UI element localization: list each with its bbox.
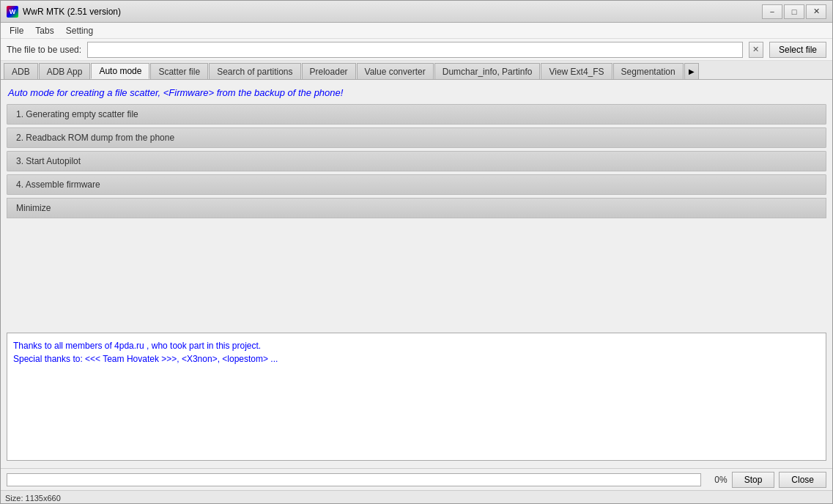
tab-segmentation[interactable]: Segmentation	[613, 63, 684, 79]
tab-dumchar-info--partinfo[interactable]: Dumchar_info, Partinfo	[434, 63, 541, 79]
tab-preloader[interactable]: Preloader	[302, 63, 356, 79]
select-file-button[interactable]: Select file	[769, 42, 826, 58]
file-clear-button[interactable]: ✕	[749, 42, 763, 58]
step-item-3[interactable]: 3. Start Autopilot	[7, 151, 826, 171]
maximize-window-button[interactable]: □	[784, 4, 804, 19]
progress-text: 0%	[706, 475, 728, 485]
log-area[interactable]: Thanks to all members of 4pda.ru , who t…	[7, 333, 826, 461]
content-wrapper: Auto mode for creating a file scatter, <…	[1, 80, 832, 468]
app-icon: W	[7, 6, 18, 18]
close-window-button[interactable]: ✕	[806, 4, 826, 19]
tab-adb[interactable]: ADB	[4, 63, 38, 79]
window-title: WwR MTK (2.51 version)	[23, 7, 121, 17]
minimize-window-button[interactable]: −	[762, 4, 782, 19]
menubar: File Tabs Setting	[1, 23, 832, 39]
statusbar: Size: 1135x660	[1, 490, 832, 504]
step-item-4[interactable]: 4. Assemble firmware	[7, 174, 826, 195]
tab-search-of-partitions[interactable]: Search of partitions	[209, 63, 300, 79]
progress-bar	[7, 473, 701, 486]
file-input[interactable]	[87, 42, 743, 58]
step-item-1[interactable]: 1. Generating empty scatter file	[7, 104, 826, 125]
tab-auto-mode[interactable]: Auto mode	[91, 63, 149, 79]
filebar: The file to be used: ✕ Select file	[1, 39, 832, 61]
menu-tabs[interactable]: Tabs	[29, 24, 59, 37]
bottombar: 0% Stop Close	[1, 468, 832, 490]
tab-value-converter[interactable]: Value converter	[357, 63, 434, 79]
tabs: ADBADB AppAuto modeScatter fileSearch of…	[1, 61, 832, 80]
log-line: Special thanks to: <<< Team Hovatek >>>,…	[13, 352, 820, 366]
tab-scatter-file[interactable]: Scatter file	[150, 63, 208, 79]
titlebar-controls: − □ ✕	[762, 4, 826, 19]
tab-adb-app[interactable]: ADB App	[39, 63, 91, 79]
menu-setting[interactable]: Setting	[60, 24, 99, 37]
tab-scroll-button[interactable]: ▶	[684, 63, 699, 79]
file-label: The file to be used:	[7, 45, 81, 55]
tab-view-ext4-fs[interactable]: View Ext4_FS	[541, 63, 612, 79]
step-item-2[interactable]: 2. Readback ROM dump from the phone	[7, 127, 826, 148]
close-button[interactable]: Close	[779, 472, 826, 488]
log-line: Thanks to all members of 4pda.ru , who t…	[13, 339, 820, 352]
titlebar-left: W WwR MTK (2.51 version)	[7, 6, 121, 18]
menu-file[interactable]: File	[4, 24, 29, 37]
steps-area: 1. Generating empty scatter file2. Readb…	[7, 104, 826, 328]
minimize-button[interactable]: Minimize	[7, 198, 826, 218]
status-text: Size: 1135x660	[5, 494, 61, 503]
auto-mode-description: Auto mode for creating a file scatter, <…	[7, 84, 826, 104]
titlebar: W WwR MTK (2.51 version) − □ ✕	[1, 1, 832, 23]
stop-button[interactable]: Stop	[732, 472, 775, 488]
